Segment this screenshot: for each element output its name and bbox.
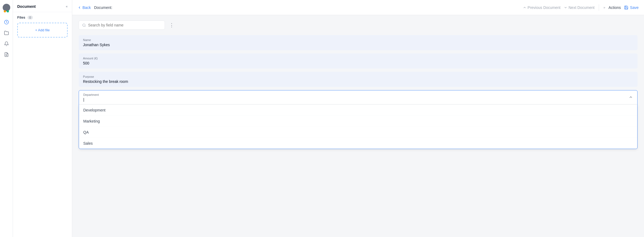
content-area: ⋮ Name Jonathan Sykes Amount (€) 500 Pur… xyxy=(72,15,644,237)
prev-arrows-icon: » xyxy=(603,6,605,9)
topbar-divider xyxy=(599,4,599,11)
sidebar-collapse-btn[interactable]: « xyxy=(66,5,68,8)
amount-field-label: Amount (€) xyxy=(83,57,633,60)
save-button[interactable]: Save xyxy=(624,5,639,10)
icon-bar xyxy=(0,0,13,237)
more-options-button[interactable]: ⋮ xyxy=(167,21,176,29)
name-field-card: Name Jonathan Sykes xyxy=(79,35,638,50)
sidebar: Document « Files 0 + Add file xyxy=(13,0,72,237)
svg-point-3 xyxy=(83,24,85,26)
department-dropdown-header[interactable]: Department xyxy=(79,90,637,104)
amount-field-card: Amount (€) 500 xyxy=(79,53,638,69)
department-option-marketing[interactable]: Marketing xyxy=(79,116,637,127)
purpose-field-card: Purpose Restocking the break room xyxy=(79,72,638,87)
department-input-area: Department xyxy=(83,93,130,102)
search-input[interactable] xyxy=(88,23,161,27)
department-option-sales[interactable]: Sales xyxy=(79,138,637,149)
department-options-list: Development Marketing QA Sales xyxy=(79,104,637,149)
svg-line-4 xyxy=(85,26,86,27)
sidebar-files-section: Files 0 + Add file xyxy=(13,12,72,41)
name-field-value: Jonathan Sykes xyxy=(83,43,633,47)
department-input[interactable] xyxy=(83,97,130,102)
edit-nav-icon[interactable] xyxy=(2,50,11,59)
search-icon xyxy=(82,23,86,27)
topbar: Back Document: Previous Document Next Do… xyxy=(72,0,644,15)
department-dropdown[interactable]: Department Development Marketing QA Sale… xyxy=(79,90,638,149)
purpose-field-label: Purpose xyxy=(83,75,633,78)
sidebar-title: Document xyxy=(17,4,36,9)
department-label: Department xyxy=(83,93,130,96)
chevron-up-icon xyxy=(629,95,633,100)
back-button[interactable]: Back xyxy=(78,5,91,10)
search-input-wrap[interactable] xyxy=(79,21,165,30)
next-document-btn[interactable]: Next Document xyxy=(564,5,594,10)
purpose-field-value: Restocking the break room xyxy=(83,79,633,84)
previous-document-btn[interactable]: Previous Document xyxy=(523,5,560,10)
app-logo xyxy=(2,3,11,12)
files-label: Files 0 xyxy=(17,15,68,19)
files-count-badge: 0 xyxy=(27,16,33,19)
main-content: Back Document: Previous Document Next Do… xyxy=(72,0,644,237)
bell-nav-icon[interactable] xyxy=(2,39,11,49)
sidebar-header: Document « xyxy=(13,0,72,12)
department-option-qa[interactable]: QA xyxy=(79,127,637,138)
search-row: ⋮ xyxy=(79,21,638,30)
department-option-development[interactable]: Development xyxy=(79,105,637,116)
name-field-label: Name xyxy=(83,38,633,42)
clock-nav-icon[interactable] xyxy=(2,17,11,27)
amount-field-value: 500 xyxy=(83,61,633,65)
add-file-button[interactable]: + Add file xyxy=(17,23,68,38)
document-label: Document: xyxy=(94,5,112,10)
actions-button[interactable]: Actions xyxy=(608,5,621,10)
folder-nav-icon[interactable] xyxy=(2,28,11,38)
